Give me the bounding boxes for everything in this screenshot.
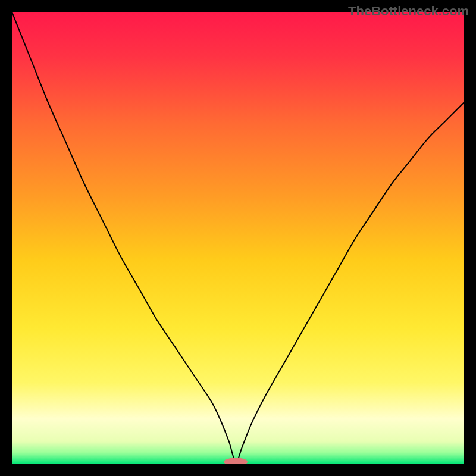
chart-background: [12, 12, 464, 464]
chart-plot-area: [12, 12, 464, 464]
chart-svg: [12, 12, 464, 464]
watermark-text: TheBottleneck.com: [348, 4, 469, 19]
